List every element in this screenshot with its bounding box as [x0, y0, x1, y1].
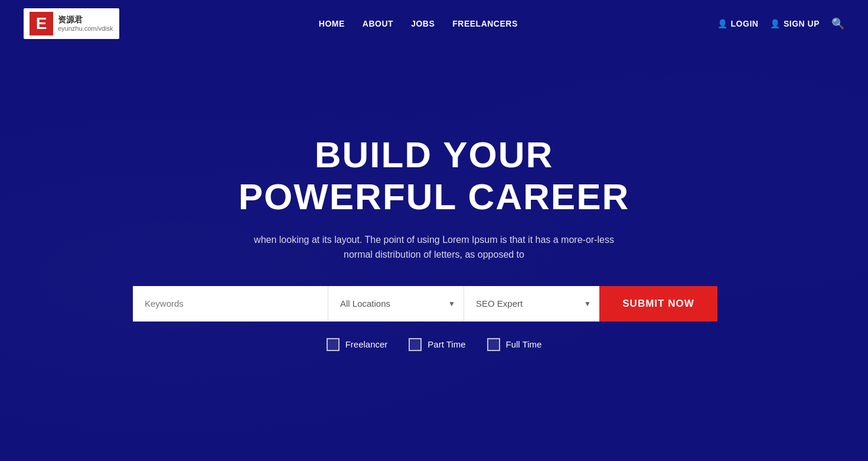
search-form: All Locations New York London Tokyo Sydn…	[133, 286, 735, 322]
hero-title: BUILD YOUR POWERFUL CAREER	[239, 134, 630, 218]
hero-title-line2: POWERFUL CAREER	[239, 176, 630, 217]
full-time-checkbox-item[interactable]: Full Time	[487, 338, 542, 351]
freelancer-checkbox[interactable]	[327, 338, 340, 351]
keywords-input[interactable]	[133, 286, 328, 322]
category-select-wrapper: SEO Expert Developer Designer Marketing …	[464, 286, 599, 322]
hero-title-line1: BUILD YOUR	[315, 134, 554, 175]
hero-content: BUILD YOUR POWERFUL CAREER when looking …	[0, 24, 868, 461]
hero-section: E 资源君 eyunzhu.com/vdisk HOME ABOUT JOBS …	[0, 0, 868, 461]
locations-select-wrapper: All Locations New York London Tokyo Sydn…	[328, 286, 464, 322]
locations-select[interactable]: All Locations New York London Tokyo Sydn…	[328, 286, 464, 322]
part-time-checkbox[interactable]	[409, 338, 422, 351]
part-time-checkbox-item[interactable]: Part Time	[409, 338, 465, 351]
full-time-label: Full Time	[506, 339, 542, 349]
submit-now-button[interactable]: SUBMIT NOW	[599, 286, 717, 322]
part-time-label: Part Time	[428, 339, 465, 349]
full-time-checkbox[interactable]	[487, 338, 500, 351]
filter-checkboxes: Freelancer Part Time Full Time	[327, 338, 542, 351]
category-select[interactable]: SEO Expert Developer Designer Marketing …	[464, 286, 599, 322]
hero-subtitle: when looking at its layout. The point of…	[245, 232, 623, 262]
freelancer-label: Freelancer	[345, 339, 388, 349]
freelancer-checkbox-item[interactable]: Freelancer	[327, 338, 388, 351]
